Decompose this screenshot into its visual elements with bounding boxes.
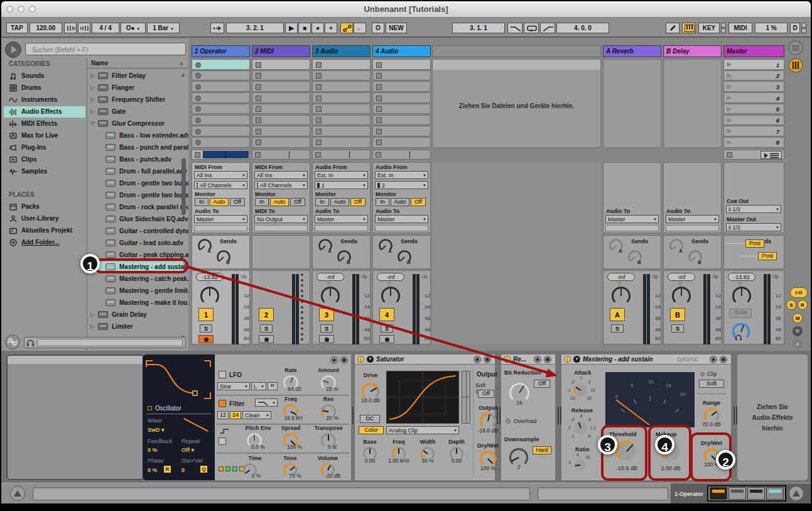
browser-preset-guitar-controlled-dyna[interactable]: Guitar - controlled dyna <box>88 226 183 237</box>
clip-stop-button[interactable] <box>316 96 322 101</box>
browser-preset-bass-punch-adv[interactable]: Bass - punch.adv <box>88 154 183 165</box>
scene-play-icon[interactable]: ▶ <box>727 72 732 79</box>
quantization-selector[interactable]: 1 Bar ▼ <box>147 23 180 33</box>
sidebar-item-audio-effects[interactable]: Audio Effects <box>4 106 85 118</box>
sidebar-item-midi-effects[interactable]: MIDI Effects <box>4 118 85 129</box>
solo-button[interactable]: S <box>671 324 684 332</box>
returns-section-toggle[interactable]: R <box>798 300 808 310</box>
track-activator-button[interactable]: 4 <box>379 308 394 321</box>
io-input-select[interactable]: Ext. In▼ <box>315 171 368 179</box>
scroll-up-icon[interactable]: ▲ <box>180 72 186 78</box>
save-preset-icon[interactable] <box>544 356 551 363</box>
browser-device-filter-delay[interactable]: ▷Filter Delay <box>88 70 183 82</box>
disclosure-closed-icon[interactable]: ▷ <box>90 109 94 114</box>
track-header-2-midi[interactable]: 2 MIDI <box>252 45 310 57</box>
pan-knob[interactable] <box>732 286 752 306</box>
clip-stop-button[interactable] <box>195 152 200 158</box>
overdub-button[interactable]: + <box>325 23 337 33</box>
clip-stop-button[interactable] <box>316 129 322 135</box>
clip-stop-button[interactable] <box>195 84 201 90</box>
punch-in-button[interactable] <box>507 23 522 33</box>
loop-start-field[interactable]: 3. 1. 1 <box>452 23 505 33</box>
clip-stop-button[interactable] <box>727 152 732 158</box>
hot-swap-icon[interactable] <box>330 356 338 364</box>
clip-slot[interactable] <box>192 137 250 148</box>
punch-out-button[interactable] <box>540 23 555 33</box>
io-gain-field[interactable] <box>666 225 719 231</box>
pan-knob[interactable] <box>320 286 340 306</box>
search-input[interactable] <box>31 44 178 55</box>
save-preset-icon[interactable] <box>340 356 348 364</box>
browser-preset-guitar-lead-solo-adv[interactable]: Guitar - lead solo.adv <box>88 238 183 249</box>
feedback-value[interactable]: 0 % <box>148 447 158 453</box>
tap-button[interactable]: TAP <box>6 23 28 33</box>
clip-stop-button[interactable] <box>195 118 201 123</box>
pan-knob[interactable] <box>611 286 631 306</box>
io-channel-select[interactable]: ▼All Channels <box>194 181 247 189</box>
volume-readout[interactable]: -13.82 <box>196 273 224 281</box>
io-section-toggle[interactable]: I-O <box>790 287 808 298</box>
pan-knob[interactable] <box>671 286 691 306</box>
sidebar-item-clips[interactable]: Clips <box>4 154 85 165</box>
sidebar-item-add-folder-[interactable]: Add Folder... <box>4 237 85 248</box>
clip-slot[interactable] <box>312 126 371 136</box>
track-header-master[interactable]: Master <box>723 45 784 57</box>
device-resize-handle[interactable] <box>497 407 498 424</box>
show-info-button[interactable] <box>10 486 25 501</box>
wave-value[interactable]: SwD ▾ <box>148 427 165 433</box>
monitor-auto-button[interactable]: Auto <box>330 198 349 206</box>
sidebar-item-user-library[interactable]: User-Library <box>4 213 85 224</box>
browser-preset-drum-rock-parallel-roo[interactable]: Drum - rock parallel roo <box>88 202 183 213</box>
scene-slot[interactable]: ▶5 <box>723 104 784 114</box>
clip-stop-button[interactable] <box>256 96 261 101</box>
browser-device-gate[interactable]: ▷Gate <box>88 106 183 118</box>
io-gain-field[interactable] <box>315 225 368 231</box>
solo-button[interactable]: Solo <box>729 309 752 318</box>
device-power-button[interactable]: | <box>504 356 511 363</box>
device-chain-overview[interactable] <box>707 485 786 502</box>
monitor-off-button[interactable]: Off <box>290 198 305 206</box>
clip-slot[interactable] <box>192 92 250 103</box>
lfo-dest-a-select[interactable]: L▼ <box>251 382 266 390</box>
clip-slot[interactable] <box>372 115 431 126</box>
loop-button[interactable] <box>524 23 539 33</box>
track-header-b-delay[interactable]: B Delay <box>663 45 722 57</box>
sidebar-item-sounds[interactable]: Sounds <box>4 70 85 82</box>
clip-slot[interactable] <box>372 104 431 114</box>
track-activator-button[interactable]: A <box>610 308 625 321</box>
clip-stop-button[interactable] <box>315 152 321 158</box>
sidebar-item-samples[interactable]: Samples <box>4 166 85 177</box>
computer-midi-keyboard-button[interactable] <box>682 23 696 33</box>
draw-mode-button[interactable] <box>666 23 679 33</box>
phase-value[interactable]: 0 % <box>148 467 158 473</box>
clip-stop-button[interactable] <box>256 106 261 112</box>
filter-circuit-select[interactable]: Clean▼ <box>242 411 271 419</box>
reenable-automation-button[interactable]: ← <box>354 23 366 33</box>
osc-select-a[interactable] <box>219 466 224 471</box>
io-output-select[interactable]: Master▼ <box>194 215 247 223</box>
clip-slot[interactable] <box>372 137 431 148</box>
io-channel-select[interactable]: ▼2 <box>375 181 428 189</box>
clip-slot[interactable] <box>252 115 310 126</box>
session-record-button[interactable]: O <box>372 23 384 33</box>
post-b-button[interactable]: Post <box>758 252 777 260</box>
io-output-select[interactable]: No Output▼ <box>254 215 308 223</box>
clip-slot[interactable] <box>252 59 310 70</box>
clip-slot[interactable] <box>372 92 431 103</box>
clip-stop-button[interactable] <box>376 84 382 90</box>
q-badge[interactable]: Q <box>200 466 207 473</box>
clip-stop-button[interactable] <box>195 62 201 68</box>
clip-stop-button[interactable] <box>376 106 382 112</box>
browser-preset-mastering-gentle-limit-[interactable]: Mastering - gentle limit.. <box>88 285 183 297</box>
clip-stop-button[interactable] <box>256 73 261 79</box>
device-fold-button[interactable]: ▼ <box>367 356 374 363</box>
clip-stop-button[interactable] <box>256 129 261 135</box>
io-input-select[interactable]: All Ins▼ <box>194 171 247 179</box>
scene-play-icon[interactable]: ▶ <box>727 106 732 112</box>
monitor-auto-button[interactable]: Auto <box>270 198 289 206</box>
scene-play-icon[interactable]: ▶ <box>727 83 732 89</box>
browser-preset-bass-punch-and-parall[interactable]: Bass - punch and parall <box>88 142 183 153</box>
scene-slot[interactable]: ▶4 <box>723 92 784 103</box>
post-a-button[interactable]: Post <box>745 239 764 248</box>
browser-toggle-button[interactable] <box>5 41 21 58</box>
